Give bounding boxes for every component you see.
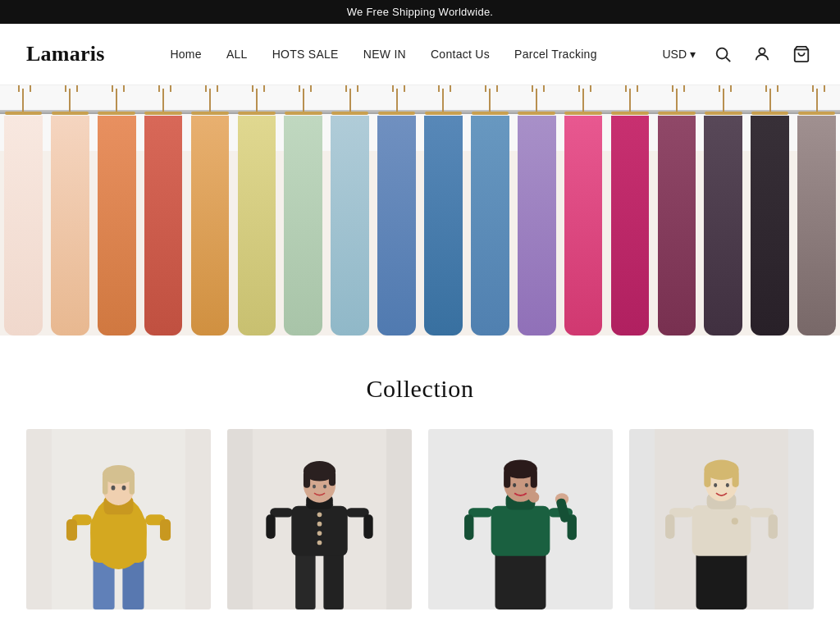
svg-rect-51 (504, 469, 510, 488)
svg-rect-35 (304, 471, 310, 487)
product-card-2[interactable] (227, 429, 412, 609)
garment-14 (607, 85, 654, 336)
garment-15 (653, 85, 700, 336)
svg-rect-52 (531, 469, 537, 488)
svg-rect-64 (769, 514, 778, 538)
nav-new-in[interactable]: NEW IN (363, 48, 406, 61)
svg-rect-63 (665, 514, 674, 538)
cart-button[interactable] (789, 42, 814, 66)
product-image-1 (26, 429, 211, 609)
garment-11 (467, 85, 514, 336)
product-card-1[interactable] (26, 429, 211, 609)
svg-rect-16 (66, 519, 77, 541)
product-image-3 (428, 429, 613, 609)
collection-grid (26, 429, 814, 609)
nav-all[interactable]: ALL (226, 48, 248, 61)
svg-rect-41 (491, 506, 550, 556)
logo[interactable]: Lamaris (26, 42, 105, 66)
svg-point-53 (513, 483, 516, 487)
svg-rect-36 (329, 471, 336, 486)
nav-contact-us[interactable]: Contact Us (431, 48, 490, 61)
garments-row (0, 85, 840, 336)
product-figure-2 (227, 429, 412, 609)
svg-point-26 (317, 531, 322, 536)
garment-9 (373, 85, 420, 336)
hero-banner (0, 85, 840, 336)
svg-point-54 (525, 483, 528, 487)
product-figure-1 (26, 429, 211, 609)
garment-10 (420, 85, 467, 336)
svg-point-19 (122, 486, 126, 491)
svg-point-38 (323, 485, 326, 489)
svg-point-70 (726, 483, 729, 487)
svg-point-0 (717, 48, 728, 59)
currency-label: USD (662, 48, 687, 61)
garment-12 (514, 85, 560, 336)
header-icons: USD ▾ (662, 42, 814, 66)
user-icon (753, 45, 771, 63)
product-card-4[interactable] (629, 429, 814, 609)
svg-rect-31 (266, 514, 275, 538)
garment-7 (280, 85, 326, 336)
cart-icon (792, 45, 810, 63)
garment-16 (700, 85, 746, 336)
svg-rect-12 (103, 474, 108, 494)
banner-text: We Free Shipping Worldwide. (347, 6, 494, 18)
garment-6 (233, 85, 280, 336)
garment-5 (187, 85, 234, 336)
svg-rect-32 (363, 514, 372, 538)
svg-point-24 (317, 512, 322, 517)
garment-1 (0, 85, 47, 336)
product-card-3[interactable] (428, 429, 613, 609)
garment-4 (140, 85, 187, 336)
svg-rect-45 (464, 514, 473, 540)
product-figure-3 (428, 429, 613, 609)
svg-point-69 (714, 483, 717, 487)
svg-point-59 (732, 518, 738, 524)
svg-line-1 (726, 57, 730, 62)
svg-rect-67 (704, 470, 710, 487)
svg-point-37 (313, 485, 316, 489)
collection-title: Collection (26, 375, 814, 403)
product-figure-4 (629, 429, 814, 609)
garment-18 (793, 85, 840, 336)
svg-rect-58 (692, 505, 751, 556)
nav-home[interactable]: Home (170, 48, 201, 61)
currency-arrow: ▾ (690, 48, 696, 61)
account-button[interactable] (750, 42, 774, 66)
garment-17 (746, 85, 793, 336)
garment-2 (47, 85, 94, 336)
svg-point-2 (759, 48, 765, 54)
svg-point-18 (112, 486, 116, 491)
search-button[interactable] (710, 42, 735, 66)
top-banner: We Free Shipping Worldwide. (0, 0, 840, 24)
svg-rect-17 (160, 519, 171, 541)
svg-rect-68 (733, 470, 739, 487)
svg-rect-8 (90, 516, 146, 563)
nav-parcel-tracking[interactable]: Parcel Tracking (514, 48, 597, 61)
garment-8 (326, 85, 373, 336)
garment-13 (560, 85, 607, 336)
main-nav: Home ALL HOTS SALE NEW IN Contact Us Par… (170, 48, 596, 61)
header: Lamaris Home ALL HOTS SALE NEW IN Contac… (0, 24, 840, 85)
svg-rect-13 (130, 474, 135, 494)
nav-hots-sale[interactable]: HOTS SALE (272, 48, 339, 61)
search-icon (714, 45, 732, 63)
currency-selector[interactable]: USD ▾ (662, 48, 696, 61)
collection-section: Collection (0, 336, 840, 630)
svg-point-25 (317, 522, 322, 527)
product-image-4 (629, 429, 814, 609)
svg-point-55 (528, 492, 539, 503)
garment-3 (94, 85, 140, 336)
svg-point-27 (317, 541, 322, 546)
product-image-2 (227, 429, 412, 609)
